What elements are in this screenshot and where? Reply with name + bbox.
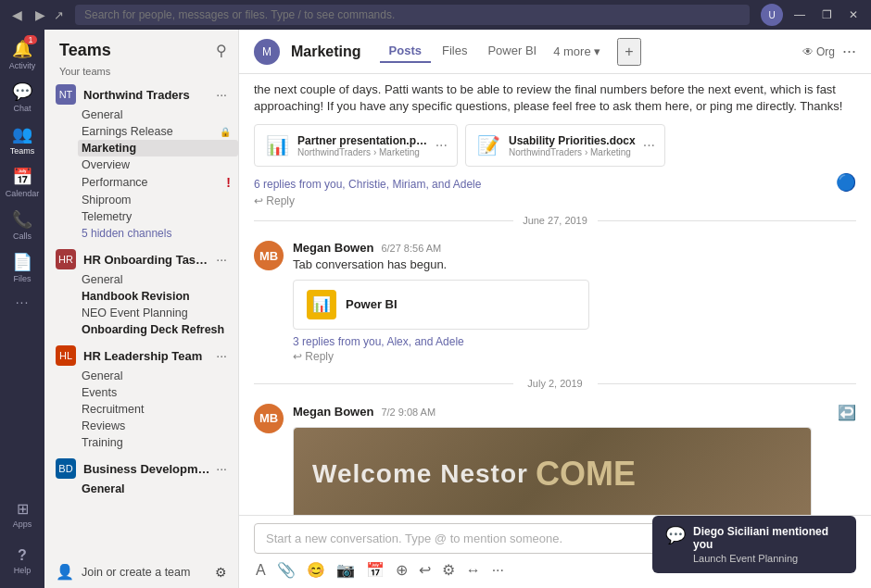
powerbi-card[interactable]: 📊 Power BI bbox=[293, 280, 589, 330]
attachment-row: 📊 Partner presentation.pptx NorthwindTra… bbox=[254, 124, 856, 167]
minimize-button[interactable]: — bbox=[789, 6, 811, 23]
team-name-hr-onboarding: HR Onboarding Taskforce bbox=[83, 253, 212, 267]
channel-item-onboarding-deck[interactable]: Onboarding Deck Refresh bbox=[78, 321, 238, 338]
join-icon: 👤 bbox=[56, 563, 74, 581]
format-button[interactable]: A bbox=[254, 560, 268, 581]
welcome-image: Welcome Nestor COME bbox=[294, 428, 811, 515]
rail-item-calls[interactable]: 📞 Calls bbox=[4, 204, 41, 246]
sticker-button[interactable]: 📅 bbox=[364, 559, 386, 581]
close-button[interactable]: ✕ bbox=[843, 6, 864, 23]
team-more-hr-leadership[interactable]: ··· bbox=[212, 348, 231, 363]
meet-button[interactable]: ⊕ bbox=[394, 559, 410, 581]
notification-toast[interactable]: 💬 Diego Siciliani mentioned you Launch E… bbox=[652, 516, 856, 573]
emoji-button[interactable]: 😊 bbox=[305, 559, 327, 581]
more-options-button[interactable]: ··· bbox=[490, 560, 506, 581]
team-header-biz-dev[interactable]: BD Business Development ··· bbox=[44, 455, 238, 481]
schedule-button[interactable]: ↩ bbox=[417, 559, 433, 581]
org-label: Org bbox=[816, 45, 835, 58]
msg2-text: Tab conversation has begun. bbox=[293, 256, 856, 273]
apps-icon: ⊞ bbox=[17, 500, 29, 518]
msg3-header: Megan Bowen 7/2 9:08 AM bbox=[293, 405, 436, 419]
channel-header-icon: M bbox=[254, 39, 280, 65]
avatar-megan1: MB bbox=[254, 241, 284, 270]
hidden-channels-northwind[interactable]: 5 hidden channels bbox=[78, 225, 238, 242]
channel-item-reviews[interactable]: Reviews bbox=[78, 418, 238, 434]
welcome-come-text: COME bbox=[536, 455, 636, 494]
rail-item-chat[interactable]: 💬 Chat bbox=[4, 76, 41, 119]
channel-item-earnings[interactable]: Earnings Release 🔒 bbox=[78, 123, 238, 140]
avatar[interactable]: U bbox=[761, 4, 783, 26]
join-create-team[interactable]: 👤 Join or create a team ⚙ bbox=[44, 556, 238, 588]
team-header-hr-onboarding[interactable]: HR HR Onboarding Taskforce ··· bbox=[44, 245, 238, 271]
msg3-body: Megan Bowen 7/2 9:08 AM ↩️ Welcome Nesto… bbox=[293, 404, 856, 515]
team-icon-biz-dev: BD bbox=[56, 458, 76, 479]
compose-placeholder: Start a new conversation. Type @ to ment… bbox=[266, 532, 562, 545]
rail-item-apps[interactable]: ⊞ Apps bbox=[4, 494, 41, 534]
pptx-name: Partner presentation.pptx bbox=[297, 134, 428, 147]
channel-item-neo[interactable]: NEO Event Planning bbox=[78, 305, 238, 321]
join-label: Join or create a team bbox=[82, 566, 190, 579]
tab-powerbi[interactable]: Power BI bbox=[478, 40, 546, 63]
channel-item-shiproom[interactable]: Shiproom bbox=[78, 192, 238, 208]
team-more-biz-dev[interactable]: ··· bbox=[212, 461, 231, 476]
rail-item-more[interactable]: ··· bbox=[4, 289, 41, 317]
channel-item-general2[interactable]: General bbox=[78, 271, 238, 288]
pptx-info: Partner presentation.pptx NorthwindTrade… bbox=[297, 134, 428, 157]
partial-message: the next couple of days. Patti wants to … bbox=[254, 74, 856, 119]
docx-more[interactable]: ··· bbox=[643, 137, 655, 154]
channel-item-overview[interactable]: Overview bbox=[78, 156, 238, 173]
channel-item-performance[interactable]: Performance ! bbox=[78, 173, 238, 192]
team-more-hr-onboarding[interactable]: ··· bbox=[212, 252, 231, 267]
messages-area[interactable]: the next couple of days. Patti wants to … bbox=[239, 74, 871, 515]
rail-item-calendar[interactable]: 📅 Calendar bbox=[4, 161, 41, 204]
team-header-hr-leadership[interactable]: HL HR Leadership Team ··· bbox=[44, 342, 238, 368]
docx-location: NorthwindTraders › Marketing bbox=[509, 147, 636, 157]
add-tab-button[interactable]: + bbox=[617, 38, 640, 66]
back-button[interactable]: ◀ bbox=[7, 6, 27, 24]
msg3-author: Megan Bowen bbox=[293, 405, 373, 419]
sidebar-header: Teams ⚲ bbox=[44, 30, 238, 64]
team-header-northwind[interactable]: NT Northwind Traders ··· bbox=[44, 81, 238, 106]
loop-button[interactable]: ⚙ bbox=[440, 559, 457, 581]
org-button[interactable]: 👁 Org bbox=[802, 45, 835, 58]
rail-item-teams[interactable]: 👥 Teams bbox=[4, 119, 41, 161]
forward-button[interactable]: ▶ bbox=[31, 6, 50, 24]
header-right: 👁 Org ··· bbox=[802, 42, 856, 61]
channel-more-button[interactable]: ··· bbox=[842, 42, 856, 61]
expand-button[interactable]: ↔ bbox=[464, 560, 483, 581]
search-input[interactable] bbox=[75, 5, 750, 25]
msg2-reply-count[interactable]: 3 replies from you, Alex, and Adele bbox=[293, 335, 856, 348]
channel-item-marketing[interactable]: Marketing bbox=[78, 140, 238, 156]
msg1-reaction: 🔵 bbox=[836, 172, 856, 193]
filter-button[interactable]: ⚲ bbox=[216, 42, 227, 59]
msg1-reply-count[interactable]: 6 replies from you, Christie, Miriam, an… bbox=[254, 178, 481, 191]
msg2-reply-btn[interactable]: ↩ Reply bbox=[293, 350, 856, 363]
rail-item-files[interactable]: 📄 Files bbox=[4, 246, 41, 289]
maximize-button[interactable]: ❐ bbox=[816, 6, 838, 23]
channel-item-general3[interactable]: General bbox=[78, 368, 238, 384]
channel-item-recruitment[interactable]: Recruitment bbox=[78, 401, 238, 418]
pptx-more[interactable]: ··· bbox=[436, 137, 448, 154]
tab-posts[interactable]: Posts bbox=[380, 40, 431, 63]
channel-item-general[interactable]: General bbox=[78, 106, 238, 123]
rail-item-help[interactable]: ? Help bbox=[4, 542, 41, 581]
attachment-docx[interactable]: 📝 Usability Priorities.docx NorthwindTra… bbox=[465, 124, 665, 167]
rail-item-activity[interactable]: 1 🔔 Activity bbox=[4, 33, 41, 76]
channel-item-training[interactable]: Training bbox=[78, 434, 238, 451]
giphy-button[interactable]: 📷 bbox=[335, 559, 357, 581]
msg1-reply-btn[interactable]: ↩ Reply bbox=[254, 194, 856, 207]
attachment-pptx[interactable]: 📊 Partner presentation.pptx NorthwindTra… bbox=[254, 124, 458, 167]
channel-tabs: Posts Files Power BI 4 more ▾ bbox=[380, 40, 607, 63]
channel-item-events[interactable]: Events bbox=[78, 384, 238, 401]
attach-button[interactable]: 📎 bbox=[275, 559, 297, 581]
channel-item-telemetry[interactable]: Telemetry bbox=[78, 208, 238, 225]
msg1-footer: 6 replies from you, Christie, Miriam, an… bbox=[254, 172, 856, 193]
chat-label: Chat bbox=[13, 104, 31, 113]
tab-more[interactable]: 4 more ▾ bbox=[548, 41, 606, 62]
team-more-northwind[interactable]: ··· bbox=[212, 87, 231, 102]
channel-item-handbook[interactable]: Handbook Revision bbox=[78, 288, 238, 305]
tab-files[interactable]: Files bbox=[433, 40, 476, 63]
date-separator-june27: June 27, 2019 bbox=[254, 215, 856, 226]
team-section-hr-onboarding: HR HR Onboarding Taskforce ··· General H… bbox=[44, 245, 238, 338]
channel-item-general4[interactable]: General bbox=[78, 481, 238, 497]
